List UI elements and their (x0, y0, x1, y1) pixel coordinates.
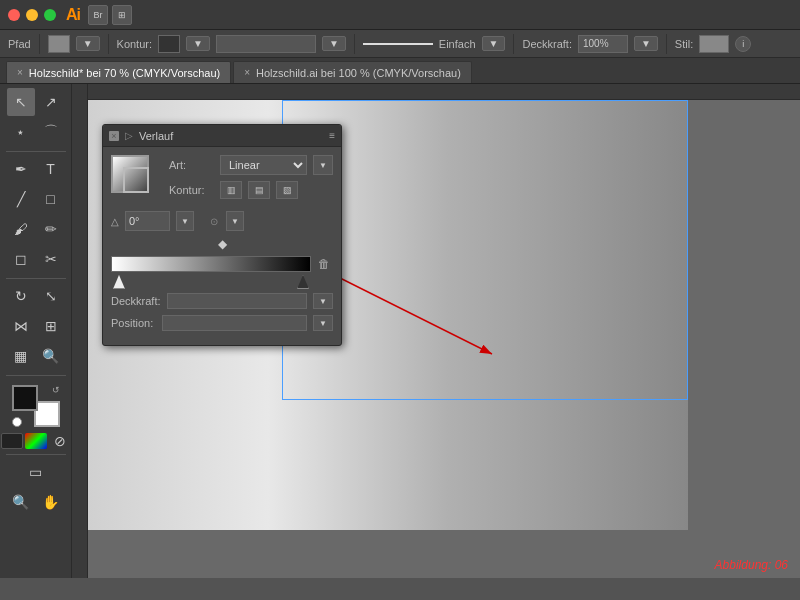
stop-left[interactable] (113, 275, 125, 289)
gradient-tool[interactable]: ▦ (7, 342, 35, 370)
scale-tool[interactable]: ⤡ (37, 282, 65, 310)
layout-icon[interactable]: ⊞ (112, 5, 132, 25)
kontur-btn-1[interactable]: ▥ (220, 181, 242, 199)
kontur-swatch[interactable] (158, 35, 180, 53)
direct-select-tool[interactable]: ↗ (37, 88, 65, 116)
tab-0[interactable]: × Holzschild* bei 70 % (CMYK/Vorschau) (6, 61, 231, 83)
divider-2 (108, 34, 109, 54)
art-row: Art: Linear Radial ▼ (169, 155, 333, 175)
panel-collapse-icon[interactable]: ▷ (125, 130, 133, 141)
zoom-tool[interactable]: 🔍 (7, 488, 35, 516)
tool-row-6: ◻ ✂ (7, 245, 65, 273)
opacity-dropdown-btn[interactable]: ▼ (634, 36, 658, 51)
stop-right[interactable] (297, 275, 309, 289)
screen-mode-btn[interactable]: ▭ (22, 458, 50, 486)
main-area: ↖ ↗ ⋆ ⌒ ✒ T ╱ □ 🖌 ✏ ◻ ✂ ↻ ⤡ ⋈ (0, 84, 800, 578)
divider-5 (666, 34, 667, 54)
close-button[interactable] (8, 9, 20, 21)
position-dropdown[interactable]: ▼ (313, 315, 333, 331)
deckkraft-slider[interactable] (167, 293, 307, 309)
tool-row-8: ⋈ ⊞ (7, 312, 65, 340)
info-btn[interactable]: i (735, 36, 751, 52)
deckkraft-dropdown[interactable]: ▼ (313, 293, 333, 309)
tool-row-4: ╱ □ (7, 185, 65, 213)
eraser-tool[interactable]: ◻ (7, 245, 35, 273)
line-tool[interactable]: ╱ (7, 185, 35, 213)
color-mode-btn[interactable] (1, 433, 23, 449)
fill-options-btn[interactable]: ▼ (76, 36, 100, 51)
kontur-dropdown-btn[interactable]: ▼ (322, 36, 346, 51)
gradient-stops (111, 275, 311, 289)
pen-tool[interactable]: ✒ (7, 155, 35, 183)
kontur-value-input[interactable] (216, 35, 316, 53)
line-style-preview (363, 43, 433, 45)
deckkraft-label: Deckkraft: (111, 295, 161, 307)
panel-close-btn[interactable]: × (109, 131, 119, 141)
rect-tool[interactable]: □ (37, 185, 65, 213)
hand-tool[interactable]: ✋ (37, 488, 65, 516)
traffic-lights (8, 9, 56, 21)
blend-tool[interactable]: ⋈ (7, 312, 35, 340)
swap-colors[interactable] (12, 417, 22, 427)
default-colors[interactable]: ↺ (52, 385, 60, 395)
tool-divider-3 (6, 375, 66, 376)
art-select[interactable]: Linear Radial (220, 155, 307, 175)
scissors-tool[interactable]: ✂ (37, 245, 65, 273)
tool-divider-4 (6, 454, 66, 455)
tabs-bar: × Holzschild* bei 70 % (CMYK/Vorschau) ×… (0, 58, 800, 84)
gradient-slider-row: 🗑 (111, 255, 333, 273)
color-swatches: ↺ (10, 383, 62, 429)
opacity-input[interactable] (578, 35, 628, 53)
line-style-btn[interactable]: ▼ (482, 36, 506, 51)
tab-0-close[interactable]: × (17, 67, 23, 78)
kontur-btn-2[interactable]: ▤ (248, 181, 270, 199)
gradient-swatch-area (111, 155, 161, 205)
fill-swatch[interactable] (48, 35, 70, 53)
gradient-slider-container: 🗑 (111, 255, 333, 289)
canvas-area[interactable]: × ▷ Verlauf ≡ Art: (72, 84, 800, 578)
stil-swatch[interactable] (699, 35, 729, 53)
kontur-panel-label: Kontur: (169, 184, 214, 196)
kontur-label: Kontur: (117, 38, 152, 50)
angle-dropdown-btn[interactable]: ▼ (176, 211, 194, 231)
minimize-button[interactable] (26, 9, 38, 21)
magic-wand-tool[interactable]: ⋆ (7, 118, 35, 146)
controlbar: Pfad ▼ Kontur: ▼ ▼ Einfach ▼ Deckkraft: … (0, 30, 800, 58)
gradient-mode-btn[interactable] (25, 433, 47, 449)
tool-row-view: ▭ (22, 458, 50, 486)
tool-divider-2 (6, 278, 66, 279)
kontur-options-btn[interactable]: ▼ (186, 36, 210, 51)
select-tool[interactable]: ↖ (7, 88, 35, 116)
pencil-tool[interactable]: ✏ (37, 215, 65, 243)
angle-input[interactable] (125, 211, 170, 231)
mesh-tool[interactable]: ⊞ (37, 312, 65, 340)
gradient-slider-track[interactable] (111, 256, 311, 272)
path-label: Pfad (8, 38, 31, 50)
tab-1-close[interactable]: × (244, 67, 250, 78)
divider-1 (39, 34, 40, 54)
toolbox: ↖ ↗ ⋆ ⌒ ✒ T ╱ □ 🖌 ✏ ◻ ✂ ↻ ⤡ ⋈ (0, 84, 72, 578)
art-label: Art: (169, 159, 214, 171)
lasso-tool[interactable]: ⌒ (37, 118, 65, 146)
aspect-dropdown-btn[interactable]: ▼ (226, 211, 244, 231)
stroke-preview-swatch[interactable] (123, 167, 149, 193)
none-mode-btn[interactable]: ⊘ (49, 433, 71, 449)
rotate-tool[interactable]: ↻ (7, 282, 35, 310)
br-icon[interactable]: Br (88, 5, 108, 25)
gradient-center-marker[interactable]: ◆ (111, 237, 333, 251)
tool-row-colors: ⊘ (1, 433, 71, 449)
position-slider[interactable] (162, 315, 307, 331)
panel-menu-btn[interactable]: ≡ (329, 130, 335, 141)
type-tool[interactable]: T (37, 155, 65, 183)
fg-swatch[interactable] (12, 385, 38, 411)
delete-stop-btn[interactable]: 🗑 (315, 255, 333, 273)
titlebar: Ai Br ⊞ (0, 0, 800, 30)
art-dropdown-btn[interactable]: ▼ (313, 155, 333, 175)
brush-tool[interactable]: 🖌 (7, 215, 35, 243)
tab-1[interactable]: × Holzschild.ai bei 100 % (CMYK/Vorschau… (233, 61, 472, 83)
eyedropper-tool[interactable]: 🔍 (37, 342, 65, 370)
maximize-button[interactable] (44, 9, 56, 21)
kontur-btn-3[interactable]: ▧ (276, 181, 298, 199)
ruler-horizontal (72, 84, 800, 100)
position-label: Position: (111, 317, 156, 329)
